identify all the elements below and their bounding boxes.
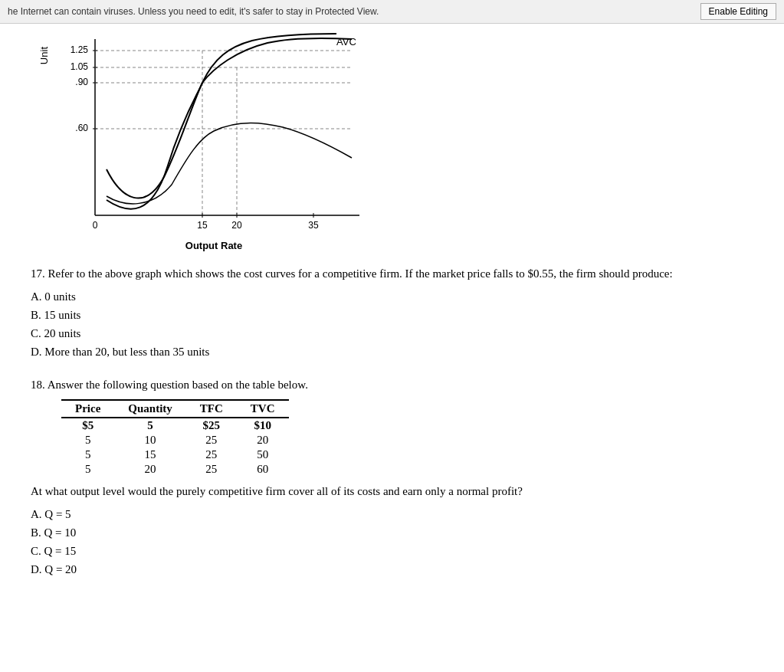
q18-option-a: A. Q = 5 xyxy=(31,505,753,523)
question-18-block: 18. Answer the following question based … xyxy=(31,376,753,579)
content-area: Unit 1.25 1.05 .90 xyxy=(0,24,784,605)
row2-tvc: 20 xyxy=(237,433,289,447)
row1-tvc: $10 xyxy=(237,418,289,433)
chart-container: Unit 1.25 1.05 .90 xyxy=(38,31,753,251)
q18-option-c: C. Q = 15 xyxy=(31,542,753,560)
row1-price: $5 xyxy=(61,418,114,433)
row4-qty: 20 xyxy=(114,462,186,477)
q17-option-d: D. More than 20, but less than 35 units xyxy=(31,343,753,361)
table-row: $5 5 $25 $10 xyxy=(61,418,289,433)
row3-qty: 15 xyxy=(114,447,186,462)
svg-text:1.25: 1.25 xyxy=(71,44,89,55)
table-row: 5 10 25 20 xyxy=(61,433,289,447)
col-tfc: TFC xyxy=(186,400,237,418)
q18-option-b: B. Q = 10 xyxy=(31,523,753,542)
chart-x-label: Output Rate xyxy=(185,240,242,251)
col-price: Price xyxy=(61,400,114,418)
q18-option-d: D. Q = 20 xyxy=(31,560,753,579)
col-tvc: TVC xyxy=(237,400,289,418)
row1-qty: 5 xyxy=(114,418,186,433)
q17-option-b: B. 15 units xyxy=(31,306,753,324)
row4-price: 5 xyxy=(61,462,114,477)
row3-price: 5 xyxy=(61,447,114,462)
question-17-text: 17. Refer to the above graph which shows… xyxy=(31,265,753,283)
svg-text:35: 35 xyxy=(308,220,319,231)
row1-tfc: $25 xyxy=(186,418,237,433)
enable-editing-button[interactable]: Enable Editing xyxy=(700,3,776,20)
svg-text:15: 15 xyxy=(197,220,208,231)
row2-price: 5 xyxy=(61,433,114,447)
row2-qty: 10 xyxy=(114,433,186,447)
question-18-intro: 18. Answer the following question based … xyxy=(31,376,753,394)
row4-tvc: 60 xyxy=(237,462,289,477)
protected-view-message: he Internet can contain viruses. Unless … xyxy=(8,6,379,17)
table-row: 5 20 25 60 xyxy=(61,462,289,477)
svg-text:20: 20 xyxy=(231,220,242,231)
col-quantity: Quantity xyxy=(114,400,186,418)
svg-text:1.05: 1.05 xyxy=(71,61,89,72)
table-row: 5 15 25 50 xyxy=(61,447,289,462)
protected-view-bar: he Internet can contain viruses. Unless … xyxy=(0,0,784,24)
row4-tfc: 25 xyxy=(186,462,237,477)
row3-tfc: 25 xyxy=(186,447,237,462)
chart-svg: 1.25 1.05 .90 .60 0 xyxy=(53,31,375,238)
avc-label: AVC xyxy=(336,36,356,48)
data-table: Price Quantity TFC TVC $5 5 $25 $10 5 10… xyxy=(61,399,289,477)
question-17-block: 17. Refer to the above graph which shows… xyxy=(31,265,753,361)
q18-followup: At what output level would the purely co… xyxy=(31,483,753,500)
q17-option-a: A. 0 units xyxy=(31,287,753,306)
chart-svg-wrapper: 1.25 1.05 .90 .60 0 xyxy=(53,31,375,251)
chart-y-label: Unit xyxy=(38,47,50,64)
row3-tvc: 50 xyxy=(237,447,289,462)
svg-text:.60: .60 xyxy=(75,123,88,133)
svg-text:.90: .90 xyxy=(75,77,88,87)
row2-tfc: 25 xyxy=(186,433,237,447)
svg-text:0: 0 xyxy=(93,220,98,231)
q17-option-c: C. 20 units xyxy=(31,324,753,343)
